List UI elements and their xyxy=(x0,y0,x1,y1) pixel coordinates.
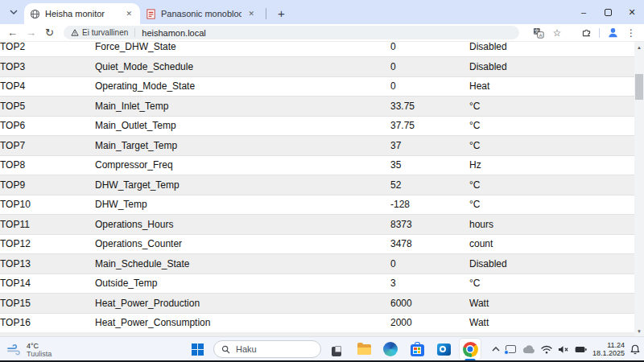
volume-muted-icon[interactable] xyxy=(558,345,569,354)
table-row: TOP5 Main_Inlet_Temp 33.75 °C xyxy=(0,97,634,117)
cell-name: Main_Target_Temp xyxy=(95,136,390,156)
phone-link-icon[interactable] xyxy=(506,345,516,353)
cell-topic: TOP7 xyxy=(0,136,95,156)
scrollbar-thumb[interactable] xyxy=(635,74,643,100)
tab-heisha-monitor[interactable]: Heisha monitor ✕ xyxy=(24,3,140,24)
globe-icon xyxy=(30,9,40,19)
vertical-scrollbar[interactable]: ▲ ▼ xyxy=(634,42,644,336)
table-row: TOP7 Main_Target_Temp 37 °C xyxy=(0,136,634,156)
tab-search-button[interactable] xyxy=(3,2,24,23)
taskbar: 4°C Tuulista Haku xyxy=(0,336,644,362)
toolbar-separator xyxy=(599,28,600,38)
minimize-button[interactable]: – xyxy=(572,0,596,24)
back-button[interactable]: ← xyxy=(3,27,22,38)
table-row: TOP4 Operating_Mode_State 0 Heat xyxy=(0,76,634,97)
monitor-table: TOP2 Force_DHW_State 0 Disabled TOP3 Qui… xyxy=(0,42,634,333)
taskbar-search[interactable]: Haku xyxy=(213,340,321,358)
cell-topic: TOP10 xyxy=(0,195,95,215)
start-button[interactable] xyxy=(187,339,208,360)
menu-icon[interactable]: ⋮ xyxy=(623,25,639,41)
security-chip[interactable]: Ei turvallinen xyxy=(71,28,135,37)
cell-name: Compressor_Freq xyxy=(95,155,390,175)
onedrive-cloud-icon[interactable] xyxy=(522,345,535,354)
cell-name: DHW_Target_Temp xyxy=(95,175,390,195)
taskbar-clock[interactable]: 11.24 18.1.2025 xyxy=(592,341,625,357)
weather-condition: Tuulista xyxy=(27,350,52,358)
bookmark-star-icon[interactable]: ☆ xyxy=(549,25,565,41)
cell-value: 0 xyxy=(390,57,469,77)
cell-description: count xyxy=(469,234,634,254)
table-row: TOP15 Heat_Power_Production 6000 Watt xyxy=(0,294,634,314)
tab-close-icon[interactable]: ✕ xyxy=(246,9,257,19)
cell-value: 0 xyxy=(390,42,469,57)
wifi-icon[interactable] xyxy=(541,345,552,354)
clock-time: 11.24 xyxy=(592,341,625,349)
warning-triangle-icon xyxy=(71,29,79,36)
cell-topic: TOP3 xyxy=(0,57,95,77)
reload-button[interactable]: ↻ xyxy=(40,27,59,38)
translate-icon[interactable]: 文 A xyxy=(530,25,547,41)
cell-value: 0 xyxy=(390,76,469,97)
outlook-icon xyxy=(437,343,451,356)
table-row: TOP16 Heat_Power_Consumption 2000 Watt xyxy=(0,313,634,333)
tab-panasonic[interactable]: Panasonic monoblock skriptitul ✕ xyxy=(140,3,262,24)
cell-topic: TOP15 xyxy=(0,294,95,314)
file-explorer-button[interactable] xyxy=(353,339,374,360)
cell-value: 52 xyxy=(390,175,469,195)
notifications-bell-icon[interactable] xyxy=(630,344,640,355)
table-row: TOP10 DHW_Temp -128 °C xyxy=(0,195,634,215)
tab-strip: Heisha monitor ✕ Panasonic monoblock skr… xyxy=(0,0,644,24)
chrome-icon xyxy=(463,342,478,357)
table-row: TOP6 Main_Outlet_Temp 37.75 °C xyxy=(0,116,634,136)
chrome-button[interactable] xyxy=(460,339,481,360)
extensions-icon[interactable] xyxy=(578,25,594,41)
cell-name: Outside_Temp xyxy=(95,274,390,294)
edge-icon xyxy=(383,342,398,356)
table-row: TOP8 Compressor_Freq 35 Hz xyxy=(0,155,634,175)
cell-topic: TOP13 xyxy=(0,254,95,274)
weather-widget[interactable]: 4°C Tuulista xyxy=(6,339,52,361)
cell-value: 2000 xyxy=(390,313,469,333)
forward-button[interactable]: → xyxy=(22,27,40,38)
profile-avatar[interactable] xyxy=(605,25,621,41)
system-tray: 11.24 18.1.2025 xyxy=(492,337,640,361)
battery-icon[interactable] xyxy=(575,346,587,353)
cell-topic: TOP16 xyxy=(0,313,95,333)
maximize-button[interactable] xyxy=(596,0,620,24)
scroll-down-arrow[interactable]: ▼ xyxy=(634,326,644,336)
tab-close-icon[interactable]: ✕ xyxy=(123,9,134,19)
search-placeholder: Haku xyxy=(236,344,257,354)
cell-topic: TOP4 xyxy=(0,76,95,97)
cell-topic: TOP2 xyxy=(0,42,95,57)
cell-description: °C xyxy=(469,97,634,117)
microsoft-store-button[interactable] xyxy=(407,339,427,360)
cell-name: Main_Schedule_State xyxy=(95,254,390,274)
cell-description: Disabled xyxy=(469,57,634,77)
clock-date: 18.1.2025 xyxy=(592,349,625,357)
cell-name: Main_Outlet_Temp xyxy=(95,116,390,136)
window-controls: – ✕ xyxy=(572,0,644,24)
cell-value: -128 xyxy=(390,195,469,215)
cell-name: Force_DHW_State xyxy=(95,42,390,57)
edge-button[interactable] xyxy=(380,339,401,360)
address-bar[interactable]: Ei turvallinen heishamon.local xyxy=(64,26,519,39)
cell-name: Operations_Counter xyxy=(95,234,390,254)
table-row: TOP9 DHW_Target_Temp 52 °C xyxy=(0,175,634,195)
cell-value: 6000 xyxy=(390,294,469,314)
table-row: TOP13 Main_Schedule_State 0 Disabled xyxy=(0,254,634,274)
new-tab-button[interactable]: + xyxy=(273,6,290,20)
cell-description: Watt xyxy=(469,313,634,333)
table-row: TOP3 Quiet_Mode_Schedule 0 Disabled xyxy=(0,57,634,77)
page-content: TOP2 Force_DHW_State 0 Disabled TOP3 Qui… xyxy=(0,42,644,336)
close-window-button[interactable]: ✕ xyxy=(620,0,644,24)
task-view-button[interactable] xyxy=(327,339,348,360)
cell-topic: TOP8 xyxy=(0,155,95,175)
outlook-button[interactable] xyxy=(433,339,454,360)
cell-value: 3 xyxy=(390,274,469,294)
windy-weather-icon xyxy=(6,343,22,356)
cell-topic: TOP11 xyxy=(0,215,95,235)
scroll-up-arrow[interactable]: ▲ xyxy=(634,42,644,52)
monitor-table-body: TOP2 Force_DHW_State 0 Disabled TOP3 Qui… xyxy=(0,42,634,333)
table-row: TOP12 Operations_Counter 3478 count xyxy=(0,234,634,254)
tray-chevron-up-icon[interactable] xyxy=(492,347,500,352)
